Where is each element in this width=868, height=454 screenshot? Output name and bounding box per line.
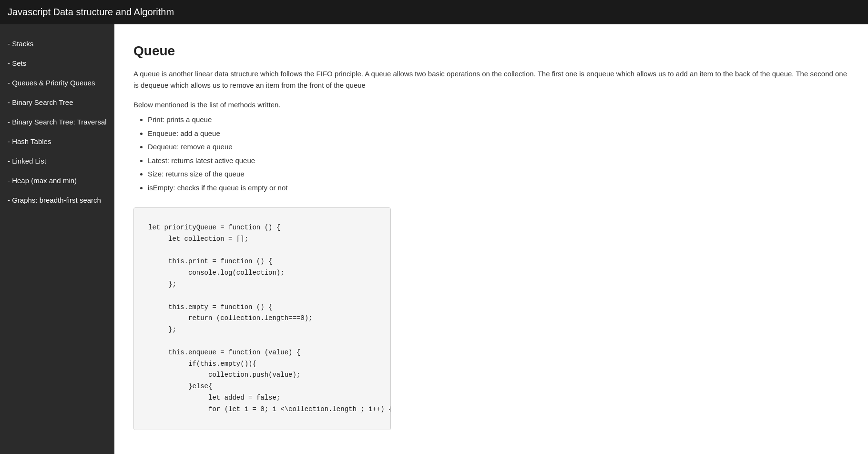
methods-intro: Below mentioned is the list of methods w… (133, 101, 849, 109)
sidebar-item-binary-search-tree-traversal[interactable]: - Binary Search Tree: Traversal (0, 112, 114, 132)
app-header: Javascript Data structure and Algorithm (0, 0, 868, 24)
sidebar-item-linked-list[interactable]: - Linked List (0, 151, 114, 171)
sidebar-item-binary-search-tree[interactable]: - Binary Search Tree (0, 93, 114, 112)
main-layout: - Stacks- Sets- Queues & Priority Queues… (0, 24, 868, 454)
sidebar-item-graphs-bfs[interactable]: - Graphs: breadth-first search (0, 190, 114, 210)
code-block: let priorityQueue = function () { let co… (133, 207, 391, 430)
method-item: isEmpty: checks if the queue is empty or… (148, 183, 849, 194)
content-area: Queue A queue is another linear data str… (114, 24, 868, 454)
method-item: Enqueue: add a queue (148, 128, 849, 139)
sidebar-item-hash-tables[interactable]: - Hash Tables (0, 132, 114, 151)
method-item: Size: returns size of the queue (148, 169, 849, 180)
sidebar-item-sets[interactable]: - Sets (0, 53, 114, 73)
page-title: Queue (133, 43, 849, 59)
methods-list: Print: prints a queueEnqueue: add a queu… (133, 114, 849, 193)
page-description: A queue is another linear data structure… (133, 68, 849, 91)
method-item: Latest: returns latest active queue (148, 155, 849, 166)
sidebar-item-heap[interactable]: - Heap (max and min) (0, 171, 114, 190)
method-item: Dequeue: remove a queue (148, 142, 849, 153)
sidebar-item-queues-priority-queues[interactable]: - Queues & Priority Queues (0, 73, 114, 93)
sidebar: - Stacks- Sets- Queues & Priority Queues… (0, 24, 114, 454)
sidebar-item-stacks[interactable]: - Stacks (0, 34, 114, 53)
method-item: Print: prints a queue (148, 114, 849, 125)
app-title: Javascript Data structure and Algorithm (8, 7, 174, 17)
